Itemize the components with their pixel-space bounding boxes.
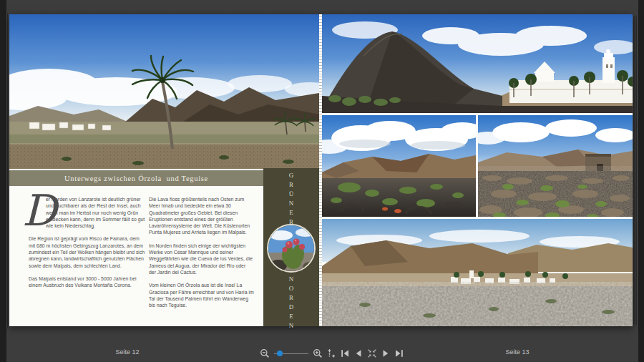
photo-coast-panorama <box>322 219 633 326</box>
chapter-title-bar: Unterwegs zwischen Órzola und Teguise <box>9 170 263 186</box>
page-13 <box>322 14 633 326</box>
side-bar-word-top: GRÜNER <box>263 172 319 222</box>
zoom-slider-thumb[interactable] <box>277 351 283 356</box>
book-page-stack-right <box>633 16 638 325</box>
original-size-icon[interactable] <box>326 348 336 358</box>
paragraph: Das Malpais entstand vor 3000 - 5000 Jah… <box>29 275 146 289</box>
paragraph: er Norden von Lanzarote ist deutlich grü… <box>46 196 146 229</box>
fit-to-page-icon[interactable] <box>367 348 377 358</box>
body-text: er Norden von Lanzarote ist deutlich grü… <box>9 186 263 326</box>
side-bar-word-bottom: NORDEN <box>263 275 319 326</box>
zoom-in-icon[interactable] <box>313 348 323 358</box>
last-page-icon[interactable] <box>394 348 404 358</box>
window-edge-left <box>0 0 6 362</box>
photo-palm-landscape <box>9 14 319 169</box>
photo-stonewalls-hut <box>478 115 633 217</box>
paragraph: Vom kleinen Ort Órzola aus ist die Insel… <box>149 282 254 308</box>
chapter-side-bar: GRÜNER <box>263 168 319 326</box>
next-page-icon[interactable] <box>381 348 391 358</box>
previous-page-icon[interactable] <box>353 348 364 358</box>
paragraph: Im Norden finden sich einige der wichtig… <box>149 243 254 275</box>
page-number-right: Seite 13 <box>489 348 546 356</box>
page-number-left: Seite 12 <box>99 348 156 356</box>
chapter-title: Unterwegs zwischen Órzola und Teguise <box>64 175 208 182</box>
photo-cactus-circle <box>267 224 316 273</box>
paragraph: Die Region ist geprägt vom Risco de Fama… <box>29 235 146 268</box>
zoom-out-icon[interactable] <box>260 348 270 358</box>
photo-volcano-church <box>322 14 633 113</box>
text-column-1: er Norden von Lanzarote ist deutlich grü… <box>29 196 146 295</box>
book-spread: Unterwegs zwischen Órzola und Teguise GR… <box>9 14 633 326</box>
photo-vineyard-valley <box>322 115 476 217</box>
text-column-2: Die Lava floss größtenteils nach Osten z… <box>149 196 254 315</box>
first-page-icon[interactable] <box>340 348 350 358</box>
zoom-slider[interactable] <box>274 348 308 358</box>
page-12: Unterwegs zwischen Órzola und Teguise GR… <box>9 14 319 326</box>
viewer-toolbar <box>260 347 404 360</box>
window-edge-right <box>638 0 644 362</box>
paragraph: Die Lava floss größtenteils nach Osten z… <box>149 196 254 236</box>
